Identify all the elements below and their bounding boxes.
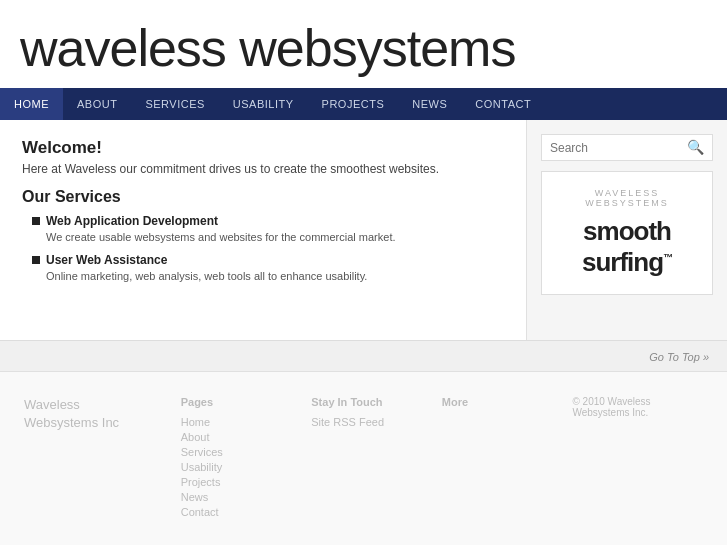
nav-item-usability[interactable]: USABILITY [219,88,308,120]
search-box[interactable]: 🔍 [541,134,713,161]
footer: WavelessWebsystems Inc Pages HomeAboutSe… [0,371,727,537]
welcome-title: Welcome! [22,138,504,158]
logo-text: waveless websystems [20,19,515,77]
footer-pages: Pages HomeAboutServicesUsabilityProjects… [181,396,312,521]
search-icon: 🔍 [687,139,704,156]
footer-page-link[interactable]: About [181,431,312,443]
footer-pages-title: Pages [181,396,312,408]
content-area: Welcome! Here at Waveless our commitment… [0,120,527,340]
search-input[interactable] [550,141,683,155]
nav-item-projects[interactable]: PROJECTS [308,88,399,120]
sidebar: 🔍 WAVELESS WEBSYSTEMS smooth surfing™ [527,120,727,340]
footer-touch-title: Stay In Touch [311,396,442,408]
footer-more-title: More [442,396,573,408]
footer-copy-col: © 2010 Waveless Websystems Inc. [572,396,703,521]
footer-touch: Stay In Touch Site RSS Feed [311,396,442,521]
nav-item-services[interactable]: SERVICES [131,88,218,120]
footer-page-link[interactable]: Projects [181,476,312,488]
footer-page-link[interactable]: Usability [181,461,312,473]
nav-item-contact[interactable]: CONTACT [461,88,545,120]
footer-page-link[interactable]: Services [181,446,312,458]
service-item: Web Application Development We create us… [22,214,504,243]
service-name: Web Application Development [46,214,218,228]
footer-pages-links: HomeAboutServicesUsabilityProjectsNewsCo… [181,416,312,518]
footer-touch-link[interactable]: Site RSS Feed [311,416,442,428]
footer-brand-name: WavelessWebsystems Inc [24,396,181,432]
services-title: Our Services [22,188,504,206]
footer-more: More [442,396,573,521]
nav-item-home[interactable]: HOME [0,88,63,120]
navbar: HOMEABOUTSERVICESUSABILITYPROJECTSNEWSCO… [0,88,727,120]
welcome-text: Here at Waveless our commitment drives u… [22,162,504,176]
service-desc: Online marketing, web analysis, web tool… [46,270,504,282]
bullet-icon [32,217,40,225]
footer-brand: WavelessWebsystems Inc [24,396,181,521]
brand-box-slogan: smooth surfing™ [554,216,700,278]
brand-box-title: WAVELESS WEBSYSTEMS [554,188,700,208]
bullet-icon [32,256,40,264]
main-wrapper: Welcome! Here at Waveless our commitment… [0,120,727,340]
goto-top-bar: Go To Top » [0,340,727,371]
brand-box: WAVELESS WEBSYSTEMS smooth surfing™ [541,171,713,295]
flower-decoration: ✿ [0,537,727,545]
goto-top-link[interactable]: Go To Top » [649,351,709,363]
nav-item-about[interactable]: ABOUT [63,88,131,120]
service-item: User Web Assistance Online marketing, we… [22,253,504,282]
service-name: User Web Assistance [46,253,167,267]
footer-copyright: © 2010 Waveless Websystems Inc. [572,396,703,418]
services-list: Web Application Development We create us… [22,214,504,282]
footer-page-link[interactable]: Home [181,416,312,428]
logo-area: waveless websystems [0,0,727,88]
footer-page-link[interactable]: News [181,491,312,503]
service-desc: We create usable websystems and websites… [46,231,504,243]
nav-item-news[interactable]: NEWS [398,88,461,120]
footer-page-link[interactable]: Contact [181,506,312,518]
footer-touch-links: Site RSS Feed [311,416,442,428]
